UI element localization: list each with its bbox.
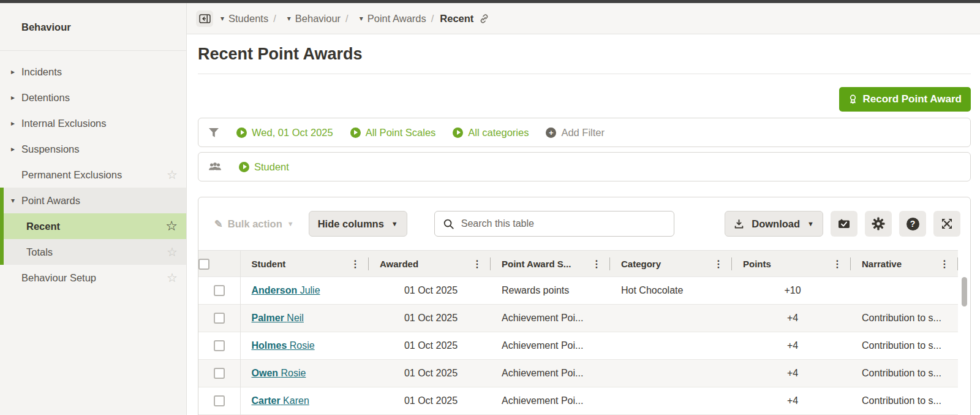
sidebar-item-behaviour-setup[interactable]: Behaviour Setup ☆ xyxy=(0,265,186,291)
bulk-action-button[interactable]: ✎ Bulk action ▼ xyxy=(214,218,294,230)
table-row: Holmes Rosie 01 Oct 2025 Achievement Poi… xyxy=(198,332,958,360)
filter-bar: Wed, 01 Oct 2025 All Point Scales All ca… xyxy=(198,118,971,147)
chevron-down-icon: ▼ xyxy=(287,220,294,227)
student-link[interactable]: Owen Rosie xyxy=(252,368,306,378)
people-group-icon xyxy=(208,162,222,172)
breadcrumb-students[interactable]: Students xyxy=(228,13,268,25)
table-row: Carter Karen 01 Oct 2025 Achievement Poi… xyxy=(198,387,958,415)
student-link[interactable]: Palmer Neil xyxy=(252,313,304,323)
sidebar-item-permanent-exclusions[interactable]: Permanent Exclusions ☆ xyxy=(0,162,186,188)
points-cell: +4 xyxy=(732,305,851,332)
breadcrumb-behaviour[interactable]: Behaviour xyxy=(295,13,341,25)
chevron-down-icon: ▾ xyxy=(11,196,21,205)
row-checkbox[interactable] xyxy=(214,340,225,351)
column-menu-icon[interactable]: ⋮ xyxy=(592,258,601,270)
fullscreen-button[interactable] xyxy=(933,211,960,237)
student-link[interactable]: Carter Karen xyxy=(252,395,309,406)
chevron-down-icon: ▼ xyxy=(391,220,398,227)
category-cell xyxy=(610,305,732,332)
chevron-right-icon: ▸ xyxy=(11,67,21,76)
star-icon[interactable]: ☆ xyxy=(167,245,178,259)
breadcrumb: ▾ Students / ▾ Behaviour / ▾ Point Award… xyxy=(187,3,980,34)
narrative-cell xyxy=(851,277,958,305)
gear-icon xyxy=(872,217,885,230)
select-mode-button[interactable] xyxy=(831,211,858,237)
sidebar: Behaviour ▸ Incidents ▸ Detentions ▸ Int… xyxy=(0,3,187,415)
hide-columns-button[interactable]: Hide columns ▼ xyxy=(309,211,407,237)
chevron-down-icon: ▼ xyxy=(807,220,814,227)
point-awards-table: Student⋮ Awarded⋮ Point Award S...⋮ Cate… xyxy=(198,250,958,415)
table-row: Anderson Julie 01 Oct 2025 Rewards point… xyxy=(198,277,958,305)
column-menu-icon[interactable]: ⋮ xyxy=(350,258,360,270)
sidebar-item-point-awards[interactable]: ▾ Point Awards xyxy=(4,188,186,213)
table-row: Owen Rosie 01 Oct 2025 Achievement Poi..… xyxy=(198,360,958,387)
sidebar-title: Behaviour xyxy=(0,3,186,33)
awarded-cell: 01 Oct 2025 xyxy=(369,277,491,305)
star-icon[interactable]: ☆ xyxy=(165,218,178,234)
collapse-sidebar-icon xyxy=(199,14,211,23)
select-all-checkbox[interactable] xyxy=(198,259,209,270)
check-square-icon xyxy=(837,218,851,230)
permalink-button[interactable] xyxy=(479,13,489,24)
chevron-down-icon: ▾ xyxy=(360,14,363,23)
awarded-cell: 01 Oct 2025 xyxy=(369,305,491,332)
add-filter-button[interactable]: + Add Filter xyxy=(546,127,605,139)
points-cell: +4 xyxy=(732,387,851,415)
category-cell xyxy=(610,387,732,415)
table-scrollbar-thumb[interactable] xyxy=(962,277,967,306)
table-settings-button[interactable] xyxy=(865,211,892,237)
sidebar-item-incidents[interactable]: ▸ Incidents xyxy=(0,59,186,85)
group-by-student[interactable]: Student xyxy=(239,161,289,173)
sidebar-item-suspensions[interactable]: ▸ Suspensions xyxy=(0,136,186,162)
column-header-student[interactable]: Student⋮ xyxy=(240,251,369,277)
filter-categories[interactable]: All categories xyxy=(453,127,529,139)
column-header-point-award-scale[interactable]: Point Award S...⋮ xyxy=(491,251,610,277)
sidebar-item-recent[interactable]: Recent ☆ xyxy=(4,213,186,239)
sidebar-nav: ▸ Incidents ▸ Detentions ▸ Internal Excl… xyxy=(0,51,186,291)
column-header-points[interactable]: Points⋮ xyxy=(732,251,851,277)
question-circle-icon: ? xyxy=(907,218,919,230)
collapse-sidebar-button[interactable] xyxy=(196,10,213,27)
breadcrumb-point-awards[interactable]: Point Awards xyxy=(368,13,426,25)
sidebar-item-detentions[interactable]: ▸ Detentions xyxy=(0,85,186,110)
help-button[interactable]: ? xyxy=(899,211,926,237)
column-menu-icon[interactable]: ⋮ xyxy=(940,258,949,270)
link-icon xyxy=(479,13,489,24)
chevron-right-icon: ▸ xyxy=(11,119,21,128)
filter-active-icon xyxy=(350,128,361,138)
sidebar-item-totals[interactable]: Totals ☆ xyxy=(4,239,186,265)
row-checkbox[interactable] xyxy=(214,313,225,324)
column-menu-icon[interactable]: ⋮ xyxy=(832,258,842,270)
column-menu-icon[interactable]: ⋮ xyxy=(714,258,723,270)
download-button[interactable]: Download ▼ xyxy=(725,211,823,237)
star-icon[interactable]: ☆ xyxy=(167,167,178,182)
student-link[interactable]: Anderson Julie xyxy=(252,285,320,295)
points-cell: +10 xyxy=(732,277,851,305)
column-header-awarded[interactable]: Awarded⋮ xyxy=(369,251,491,277)
student-link[interactable]: Holmes Rosie xyxy=(252,340,315,351)
filter-point-scales[interactable]: All Point Scales xyxy=(350,127,436,139)
filter-date[interactable]: Wed, 01 Oct 2025 xyxy=(236,127,333,139)
row-checkbox[interactable] xyxy=(214,368,225,379)
scale-cell: Achievement Poi... xyxy=(491,332,610,360)
points-cell: +4 xyxy=(732,360,851,387)
awarded-cell: 01 Oct 2025 xyxy=(369,332,491,360)
filter-active-icon xyxy=(236,128,247,138)
scale-cell: Achievement Poi... xyxy=(491,360,610,387)
expand-arrows-icon xyxy=(941,218,953,230)
column-menu-icon[interactable]: ⋮ xyxy=(472,258,482,270)
plus-circle-icon: + xyxy=(546,128,556,138)
row-checkbox[interactable] xyxy=(214,285,225,296)
search-input[interactable] xyxy=(461,218,666,229)
chevron-right-icon: ▸ xyxy=(11,145,21,153)
star-icon[interactable]: ☆ xyxy=(167,270,178,285)
row-checkbox[interactable] xyxy=(214,395,225,406)
column-header-category[interactable]: Category⋮ xyxy=(610,251,732,277)
pencil-icon: ✎ xyxy=(214,218,223,230)
narrative-cell: Contribution to s... xyxy=(851,305,958,332)
record-point-award-button[interactable]: Record Point Award xyxy=(839,87,971,112)
column-header-narrative[interactable]: Narrative⋮ xyxy=(851,251,958,277)
table-card: ✎ Bulk action ▼ Hide columns ▼ xyxy=(198,197,971,415)
sidebar-item-internal-exclusions[interactable]: ▸ Internal Exclusions xyxy=(0,110,186,136)
chevron-down-icon: ▾ xyxy=(221,14,224,23)
